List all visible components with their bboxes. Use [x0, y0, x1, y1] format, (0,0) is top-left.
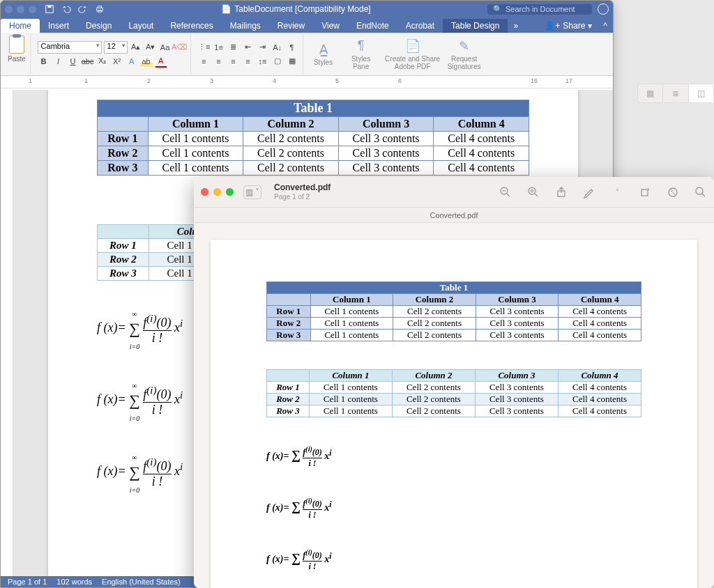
ruler-mark: 4	[273, 77, 276, 84]
vertical-ruler[interactable]	[1, 90, 13, 576]
tabs-overflow-icon[interactable]: »	[508, 19, 524, 33]
bold-button[interactable]: B	[38, 55, 50, 68]
print-icon[interactable]	[95, 4, 105, 14]
tab-design[interactable]: Design	[77, 19, 120, 33]
show-marks-icon[interactable]: ¶	[286, 41, 298, 54]
table-cell: Cell 3 contents	[475, 405, 558, 417]
zoom-out-icon[interactable]	[499, 186, 512, 199]
preview-tab-bar[interactable]: Converted.pdf	[194, 208, 714, 223]
text-effects-icon[interactable]: A	[126, 55, 138, 68]
tab-references[interactable]: References	[162, 19, 221, 33]
row-header: Row 3	[267, 330, 311, 341]
preview-body[interactable]: Table 1 Column 1Column 2Column 3Column 4…	[194, 223, 714, 588]
table-title: Table 1	[98, 100, 529, 117]
increase-indent-icon[interactable]: ⇥	[257, 41, 269, 54]
multilevel-icon[interactable]: ≣	[227, 41, 240, 54]
align-right-icon[interactable]: ≡	[227, 55, 240, 68]
undo-icon[interactable]	[61, 4, 71, 14]
font-color-icon[interactable]: A	[155, 55, 167, 68]
table-cell: Cell 4 contents	[559, 318, 641, 330]
ruler-mark: 1	[29, 77, 32, 84]
strikethrough-button[interactable]: abc	[82, 55, 94, 68]
column-view-icon[interactable]: ◫	[689, 84, 713, 102]
change-case-icon[interactable]: Aa	[159, 41, 172, 54]
close-icon[interactable]	[5, 6, 13, 13]
align-center-icon[interactable]: ≡	[213, 55, 225, 68]
tab-mailings[interactable]: Mailings	[222, 19, 269, 33]
highlight-tool-icon[interactable]	[667, 186, 679, 199]
pdf-equation-1: f (x)= ∑ f(i)(0)i ! xi	[266, 445, 641, 469]
sort-icon[interactable]: A↓	[271, 41, 284, 54]
numbering-icon[interactable]: 1≡	[213, 41, 225, 54]
tab-review[interactable]: Review	[269, 19, 313, 33]
horizontal-ruler[interactable]: 1 1 2 3 4 5 6 16 17	[1, 76, 613, 88]
status-language[interactable]: English (United States)	[102, 578, 181, 586]
tab-view[interactable]: View	[313, 19, 348, 33]
tab-insert[interactable]: Insert	[40, 19, 77, 33]
borders-icon[interactable]: ▦	[286, 55, 298, 68]
redo-icon[interactable]	[78, 4, 88, 14]
sidebar-toggle-icon[interactable]: ▥ ˅	[243, 185, 261, 199]
font-size-select[interactable]: 12	[104, 41, 128, 54]
row-header: Row 2	[98, 146, 149, 161]
table-cell: Cell 1 contents	[309, 394, 392, 405]
shrink-font-icon[interactable]: A▾	[144, 41, 157, 54]
table-cell: Cell 2 contents	[393, 330, 476, 341]
superscript-button[interactable]: X²	[111, 55, 123, 68]
table-1[interactable]: Table 1 Column 1Column 2Column 3Column 4…	[97, 100, 529, 176]
bullets-icon[interactable]: ⋮≡	[198, 41, 211, 54]
justify-icon[interactable]: ≡	[242, 55, 255, 68]
tab-table-design[interactable]: Table Design	[443, 19, 508, 33]
zoom-icon[interactable]	[29, 6, 36, 13]
zoom-in-icon[interactable]	[527, 186, 540, 199]
zoom-icon[interactable]	[226, 188, 234, 196]
underline-button[interactable]: U	[67, 55, 79, 68]
minimize-icon[interactable]	[213, 188, 221, 196]
status-page[interactable]: Page 1 of 1	[8, 578, 47, 586]
list-view-icon[interactable]: ≣	[663, 84, 688, 102]
adobe-label: Create and Share Adobe PDF	[385, 55, 440, 70]
tab-layout[interactable]: Layout	[120, 19, 162, 33]
status-words[interactable]: 102 words	[56, 578, 92, 586]
share-icon[interactable]	[555, 186, 568, 199]
markup-icon[interactable]	[583, 186, 595, 199]
tab-endnote[interactable]: EndNote	[348, 19, 397, 33]
traffic-lights[interactable]	[5, 6, 36, 13]
collapse-ribbon-icon[interactable]: ^	[598, 19, 613, 33]
align-left-icon[interactable]: ≡	[198, 55, 211, 68]
highlight-icon[interactable]: ab	[140, 55, 153, 68]
signature-icon: ✎	[457, 38, 472, 54]
search-icon[interactable]	[694, 186, 707, 199]
grow-font-icon[interactable]: A▴	[130, 41, 142, 54]
request-signatures-button[interactable]: ✎Request Signatures	[447, 34, 482, 74]
search-input[interactable]: 🔍 Search in Document	[487, 4, 592, 15]
subscript-button[interactable]: X₂	[96, 55, 109, 68]
styles-pane-button[interactable]: ¶Styles Pane	[344, 34, 379, 74]
close-icon[interactable]	[201, 188, 208, 196]
font-family-select[interactable]: Cambria	[38, 41, 102, 54]
adobe-create-button[interactable]: 📄Create and Share Adobe PDF	[381, 34, 444, 74]
clear-formatting-icon[interactable]: A⌫	[174, 41, 186, 54]
italic-button[interactable]: I	[52, 55, 65, 68]
table-cell: Cell 2 contents	[243, 132, 339, 146]
feedback-icon[interactable]	[598, 3, 609, 15]
tab-acrobat[interactable]: Acrobat	[397, 19, 443, 33]
chevron-down-icon[interactable]: ˅	[611, 186, 623, 199]
paste-icon[interactable]	[9, 36, 24, 54]
table-cell: Cell 3 contents	[475, 382, 558, 394]
preview-tab-label: Converted.pdf	[430, 211, 478, 219]
styles-gallery[interactable]: A̲Styles	[306, 34, 341, 74]
tab-home[interactable]: Home	[1, 19, 40, 33]
decrease-indent-icon[interactable]: ⇤	[242, 41, 255, 54]
view-mode-segmented[interactable]: ▦ ≣ ◫	[637, 84, 714, 103]
preview-window: ▥ ˅ Converted.pdf Page 1 of 2 ˅ Converte…	[194, 177, 714, 588]
save-icon[interactable]	[45, 4, 54, 14]
share-button[interactable]: 👤+Share▾	[539, 19, 598, 33]
line-spacing-icon[interactable]: ↕≡	[257, 55, 269, 68]
grid-view-icon[interactable]: ▦	[638, 84, 663, 102]
rotate-icon[interactable]	[639, 186, 651, 199]
doc-icon: 📄	[221, 4, 231, 14]
shading-icon[interactable]: ▢	[271, 55, 284, 68]
minimize-icon[interactable]	[17, 6, 24, 13]
traffic-lights[interactable]	[201, 188, 234, 196]
